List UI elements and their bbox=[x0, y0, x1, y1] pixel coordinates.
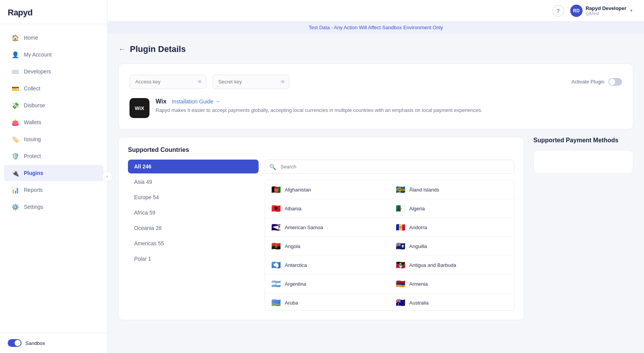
country-name: Angola bbox=[285, 243, 300, 249]
keys-plugin-section: 👁 👁 Activate Plugin bbox=[118, 63, 633, 129]
country-name: American Samoa bbox=[285, 225, 323, 230]
sidebar-item-label: Wallets bbox=[24, 119, 41, 125]
sandbox-toggle[interactable]: Sandbox bbox=[8, 339, 100, 347]
country-flag: 🇦🇩 bbox=[396, 223, 405, 232]
developers-icon: ⌨️ bbox=[12, 68, 19, 75]
country-item: 🇦🇴 Angola bbox=[265, 237, 390, 256]
access-key-visibility-icon[interactable]: 👁 bbox=[197, 79, 202, 85]
country-item: 🇩🇿 Algeria bbox=[390, 199, 514, 218]
secret-key-input[interactable] bbox=[212, 75, 289, 89]
user-details: Rapyd Developer QATest bbox=[586, 5, 626, 16]
country-flag: 🇦🇴 bbox=[271, 241, 281, 251]
collapse-sidebar-button[interactable]: ‹ bbox=[102, 171, 113, 182]
payment-methods-list bbox=[533, 150, 633, 174]
sidebar-item-label: Settings bbox=[24, 204, 43, 210]
region-item-americas[interactable]: Americas 55 bbox=[128, 236, 259, 250]
country-item: 🇦🇺 Australia bbox=[390, 293, 514, 311]
sidebar-nav: 🏠 Home 👤 My Account ⌨️ Developers 💳 Coll… bbox=[0, 24, 107, 333]
region-item-europe[interactable]: Europe 54 bbox=[128, 190, 259, 204]
page-content: ← Plugin Details 👁 👁 Activate Plu bbox=[108, 33, 644, 353]
sandbox-switch[interactable] bbox=[8, 339, 22, 347]
sandbox-label: Sandbox bbox=[25, 340, 45, 346]
country-grid: 🇦🇫 Afghanistan 🇦🇽 Åland Islands 🇦🇱 Alban… bbox=[265, 180, 514, 311]
country-name: Anguilla bbox=[409, 243, 427, 249]
plugin-description: Rapyd makes it easier to accept payments… bbox=[156, 107, 482, 114]
sidebar-item-label: Collect bbox=[24, 85, 40, 92]
sidebar-item-label: My Account bbox=[24, 52, 51, 58]
reports-icon: 📊 bbox=[12, 186, 19, 194]
sidebar-item-protect[interactable]: 🛡️ Protect bbox=[4, 148, 103, 164]
country-flag: 🇦🇲 bbox=[396, 279, 405, 288]
country-flag: 🇩🇿 bbox=[396, 204, 405, 213]
sidebar-item-label: Home bbox=[24, 35, 38, 41]
user-name: Rapyd Developer bbox=[586, 5, 626, 11]
sidebar-item-label: Reports bbox=[24, 187, 43, 193]
main-content: ? RD Rapyd Developer QATest ▼ Test Data … bbox=[108, 0, 644, 353]
country-item: 🇦🇫 Afghanistan bbox=[265, 180, 390, 199]
sidebar-item-home[interactable]: 🏠 Home bbox=[4, 30, 103, 46]
sidebar-item-disburse[interactable]: 💸 Disburse bbox=[4, 97, 103, 113]
home-icon: 🏠 bbox=[12, 34, 19, 42]
secret-key-visibility-icon[interactable]: 👁 bbox=[280, 79, 285, 85]
sidebar-item-developers[interactable]: ⌨️ Developers bbox=[4, 63, 103, 80]
country-name: Andorra bbox=[409, 225, 427, 230]
country-item: 🇦🇸 American Samoa bbox=[265, 218, 390, 237]
region-list: All 246Asia 49Europe 54Africa 59Oceania … bbox=[128, 160, 259, 266]
country-item: 🇦🇩 Andorra bbox=[390, 218, 514, 237]
country-name: Argentina bbox=[285, 281, 306, 287]
user-chevron-icon: ▼ bbox=[629, 8, 633, 13]
topbar: ? RD Rapyd Developer QATest ▼ bbox=[108, 0, 644, 22]
activate-toggle-knob bbox=[609, 79, 615, 85]
logo: Rapyd bbox=[0, 0, 107, 24]
country-flag: 🇦🇼 bbox=[271, 298, 281, 307]
sidebar: Rapyd 🏠 Home 👤 My Account ⌨️ Developers … bbox=[0, 0, 108, 353]
search-icon: 🔍 bbox=[269, 164, 276, 170]
sidebar-item-label: Developers bbox=[24, 68, 51, 75]
sidebar-item-issuing[interactable]: 🏷️ Issuing bbox=[4, 131, 103, 147]
region-item-all[interactable]: All 246 bbox=[128, 160, 259, 173]
country-search-box: 🔍 bbox=[265, 160, 515, 174]
sidebar-bottom: Sandbox bbox=[0, 333, 107, 353]
access-key-input[interactable] bbox=[129, 75, 206, 89]
user-org: QATest bbox=[586, 11, 626, 16]
sidebar-item-settings[interactable]: ⚙️ Settings bbox=[4, 199, 103, 215]
country-flag: 🇦🇬 bbox=[396, 260, 405, 270]
country-name: Australia bbox=[409, 300, 429, 306]
installation-guide-link[interactable]: Installation Guide → bbox=[172, 98, 220, 105]
region-item-oceania[interactable]: Oceania 28 bbox=[128, 221, 259, 235]
sidebar-item-wallets[interactable]: 👛 Wallets bbox=[4, 114, 103, 130]
back-button[interactable]: ← bbox=[118, 45, 125, 53]
help-button[interactable]: ? bbox=[553, 5, 564, 17]
country-item: 🇦🇷 Argentina bbox=[265, 275, 390, 293]
country-name: Algeria bbox=[409, 206, 425, 211]
country-search-input[interactable] bbox=[265, 160, 515, 174]
country-item: 🇦🇶 Antarctica bbox=[265, 256, 390, 275]
sidebar-item-plugins[interactable]: 🔌 Plugins bbox=[4, 165, 103, 181]
country-name: Albania bbox=[285, 206, 301, 211]
country-item: 🇦🇽 Åland Islands bbox=[390, 180, 514, 199]
user-avatar: RD bbox=[570, 5, 583, 17]
sandbox-knob bbox=[15, 340, 21, 346]
sidebar-item-my-account[interactable]: 👤 My Account bbox=[4, 47, 103, 63]
sidebar-item-label: Disburse bbox=[24, 102, 45, 108]
countries-column: 🔍 🇦🇫 Afghanistan 🇦🇽 Åland Islands 🇦🇱 Alb… bbox=[265, 160, 515, 311]
country-name: Åland Islands bbox=[409, 187, 439, 193]
sidebar-item-collect[interactable]: 💳 Collect bbox=[4, 80, 103, 97]
country-item: 🇦🇲 Armenia bbox=[390, 275, 514, 293]
user-info[interactable]: RD Rapyd Developer QATest ▼ bbox=[570, 5, 633, 17]
country-flag: 🇦🇱 bbox=[271, 204, 281, 213]
sidebar-item-reports[interactable]: 📊 Reports bbox=[4, 182, 103, 198]
activate-plugin-toggle[interactable] bbox=[608, 78, 622, 86]
payment-methods-card: Supported Payment Methods bbox=[533, 137, 633, 320]
my-account-icon: 👤 bbox=[12, 51, 19, 58]
country-name: Afghanistan bbox=[285, 187, 311, 193]
country-scroll[interactable]: 🇦🇫 Afghanistan 🇦🇽 Åland Islands 🇦🇱 Alban… bbox=[265, 180, 515, 311]
access-key-input-wrapper: 👁 bbox=[129, 75, 206, 89]
region-item-asia[interactable]: Asia 49 bbox=[128, 175, 259, 189]
region-item-africa[interactable]: Africa 59 bbox=[128, 206, 259, 220]
country-item: 🇦🇬 Antigua and Barbuda bbox=[390, 256, 514, 275]
plugin-logo: WiX bbox=[129, 98, 149, 118]
sidebar-item-label: Protect bbox=[24, 153, 41, 159]
region-item-polar[interactable]: Polar 1 bbox=[128, 252, 259, 266]
supported-countries-title: Supported Countries bbox=[128, 147, 515, 153]
